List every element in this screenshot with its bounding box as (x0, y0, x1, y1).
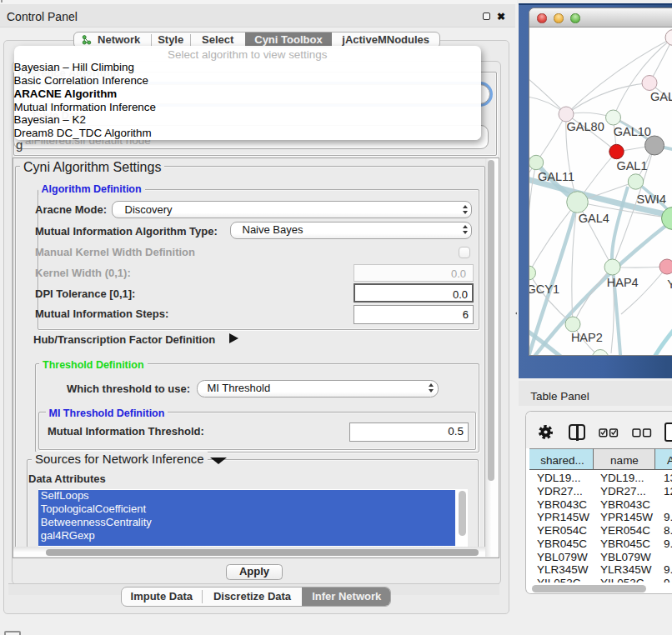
svg-text:Y: Y (667, 278, 672, 291)
svg-text:SWI4: SWI4 (636, 192, 665, 206)
svg-text:GAL11: GAL11 (538, 170, 574, 183)
svg-text:GCY1: GCY1 (529, 282, 559, 296)
svg-text:HAP4: HAP4 (606, 277, 638, 290)
svg-text:GAL1: GAL1 (616, 159, 647, 172)
svg-text:GAL2: GAL2 (650, 90, 672, 103)
svg-text:HAP2: HAP2 (570, 331, 602, 344)
svg-text:GAL80: GAL80 (566, 120, 604, 133)
svg-text:GAL4: GAL4 (578, 212, 609, 225)
svg-text:GAL10: GAL10 (613, 125, 650, 138)
